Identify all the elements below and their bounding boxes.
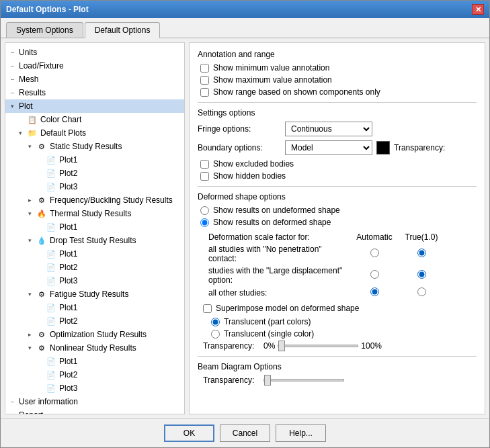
tree-label-user-info: User information — [19, 397, 78, 406]
tree-item-drop-plot3[interactable]: 📄 Plot3 — [5, 274, 184, 287]
close-button[interactable]: ✕ — [472, 4, 484, 15]
row1-true10-radio[interactable] — [417, 249, 426, 257]
tree-item-static-plot2[interactable]: 📄 Plot2 — [5, 167, 184, 180]
tree-item-thermal-study[interactable]: ▾ 🔥 Thermal Study Results — [5, 207, 184, 220]
show-max-checkbox[interactable] — [200, 76, 209, 85]
tree-label-nonlinear-plot1: Plot1 — [59, 357, 77, 366]
tree-item-plot[interactable]: ▾ Plot — [5, 99, 184, 113]
row1-label: all studies with "No penetration" contac… — [203, 243, 351, 265]
tree-item-fatigue-plot2[interactable]: 📄 Plot2 — [5, 314, 184, 328]
boundary-select[interactable]: Model Mesh None — [285, 140, 372, 155]
tree-item-nonlinear-plot3[interactable]: 📄 Plot3 — [5, 382, 184, 395]
tree-item-results[interactable]: – Results — [5, 86, 184, 99]
tree-item-drop-test[interactable]: ▾ 💧 Drop Test Study Results — [5, 234, 184, 247]
row2-true10-radio[interactable] — [417, 270, 426, 279]
tree-item-static-plot1[interactable]: 📄 Plot1 — [5, 153, 184, 167]
tree-item-static-study[interactable]: ▾ ⚙ Static Study Results — [5, 140, 184, 153]
row1-automatic-cell — [351, 243, 398, 265]
row2-automatic-radio[interactable] — [370, 270, 379, 279]
deformed-title: Deformed shape options — [198, 192, 477, 201]
tree-item-fatigue-plot1[interactable]: 📄 Plot1 — [5, 301, 184, 314]
drop-plot2-icon: 📄 — [46, 263, 56, 272]
expand-default-plots: ▾ — [19, 130, 26, 136]
color-chart-icon: 📋 — [27, 116, 38, 124]
translucent-single-label: Translucent (single color) — [224, 329, 314, 339]
row1-automatic-radio[interactable] — [370, 249, 379, 257]
tree-item-default-plots[interactable]: ▾ 📁 Default Plots — [5, 126, 184, 140]
tree-item-nonlinear[interactable]: ▾ ⚙ Nonlinear Study Results — [5, 341, 184, 355]
tree-item-static-plot3[interactable]: 📄 Plot3 — [5, 180, 184, 193]
fringe-select[interactable]: Continuous Discrete Isoline — [285, 122, 372, 136]
tree-item-mesh[interactable]: – Mesh — [5, 73, 184, 86]
freq-icon: ⚙ — [36, 196, 47, 205]
tree-item-units[interactable]: – Units — [5, 46, 184, 59]
show-excluded-checkbox[interactable] — [200, 160, 209, 169]
show-hidden-checkbox[interactable] — [200, 172, 209, 181]
main-window: Default Options - Plot ✕ System Options … — [0, 0, 490, 448]
superimpose-checkbox[interactable] — [203, 304, 212, 313]
show-hidden-row: Show hidden bodies — [198, 171, 477, 181]
tab-system-options[interactable]: System Options — [6, 22, 83, 38]
beam-transparency-slider[interactable] — [263, 379, 344, 382]
transparency-min-label: 0% — [263, 341, 275, 351]
tree-label-units: Units — [19, 48, 37, 57]
translucent-part-radio[interactable] — [211, 318, 220, 326]
tree-label-static-plot2: Plot2 — [59, 169, 77, 178]
tree-label-report: Report — [19, 410, 43, 414]
tree-label-static-plot1: Plot1 — [59, 155, 77, 165]
show-min-row: Show minimum value annotation — [198, 63, 477, 73]
tree-label-fatigue: Fatigue Study Results — [50, 289, 128, 299]
tree-item-nonlinear-plot2[interactable]: 📄 Plot2 — [5, 368, 184, 382]
radio-undeformed[interactable] — [200, 206, 209, 215]
radio-undeformed-row: Show results on undeformed shape — [198, 206, 477, 215]
tree-label-default-plots: Default Plots — [40, 128, 86, 138]
static-plot2-icon: 📄 — [46, 169, 56, 178]
expand-fatigue: ▾ — [28, 291, 35, 298]
tree-item-thermal-plot1[interactable]: 📄 Plot1 — [5, 220, 184, 234]
translucent-single-radio[interactable] — [211, 330, 220, 339]
row2-true10-cell — [398, 265, 445, 286]
expand-results: – — [11, 89, 17, 96]
static-plot3-icon: 📄 — [46, 183, 56, 191]
transparency-slider-label: Transparency: — [203, 341, 263, 351]
optimization-icon: ⚙ — [36, 330, 47, 339]
expand-optimization: ▸ — [28, 331, 35, 338]
color-picker[interactable] — [376, 141, 390, 154]
help-button[interactable]: Help... — [276, 424, 326, 442]
tab-default-options[interactable]: Default Options — [85, 22, 161, 38]
static-plot1-icon: 📄 — [46, 156, 56, 165]
row1-true10-cell — [398, 243, 445, 265]
deform-col3-header: True(1.0) — [398, 231, 445, 243]
show-range-checkbox[interactable] — [200, 88, 209, 97]
beam-title: Beam Diagram Options — [198, 362, 477, 371]
radio-deformed[interactable] — [200, 218, 209, 227]
tree-item-drop-plot2[interactable]: 📄 Plot2 — [5, 261, 184, 274]
radio-undeformed-label: Show results on undeformed shape — [213, 206, 340, 215]
tree-label-drop: Drop Test Study Results — [50, 236, 136, 245]
tree-item-report[interactable]: – Report — [5, 408, 184, 414]
tree-label-load: Load/Fixture — [19, 61, 64, 71]
tree-item-load-fixture[interactable]: – Load/Fixture — [5, 59, 184, 73]
expand-freq: ▸ — [28, 197, 35, 204]
ok-button[interactable]: OK — [164, 424, 214, 442]
beam-transparency-row: Transparency: — [203, 375, 477, 385]
tree-item-optimization[interactable]: ▸ ⚙ Optimization Study Results — [5, 328, 184, 341]
tree-item-color-chart[interactable]: 📋 Color Chart — [5, 113, 184, 126]
table-row-other-studies: all other studies: — [203, 286, 445, 300]
show-min-checkbox[interactable] — [200, 64, 209, 73]
separator-1 — [198, 102, 477, 103]
tree-label-drop-plot3: Plot3 — [59, 276, 77, 285]
deform-col2-header: Automatic — [351, 231, 398, 243]
cancel-button[interactable]: Cancel — [220, 424, 270, 442]
tree-item-freq-buckling[interactable]: ▸ ⚙ Frequency/Buckling Study Results — [5, 193, 184, 207]
annotation-title: Annotation and range — [198, 50, 477, 59]
tree-item-nonlinear-plot1[interactable]: 📄 Plot1 — [5, 355, 184, 368]
row3-true10-radio[interactable] — [417, 287, 426, 296]
row3-automatic-radio[interactable] — [370, 287, 379, 296]
tree-item-user-info[interactable]: – User information — [5, 395, 184, 408]
transparency-slider[interactable] — [278, 345, 358, 347]
nonlinear-plot2-icon: 📄 — [46, 371, 56, 379]
transparency-slider-row: Transparency: 0% 100% — [203, 341, 477, 351]
tree-item-drop-plot1[interactable]: 📄 Plot1 — [5, 247, 184, 261]
tree-item-fatigue-study[interactable]: ▾ ⚙ Fatigue Study Results — [5, 287, 184, 301]
